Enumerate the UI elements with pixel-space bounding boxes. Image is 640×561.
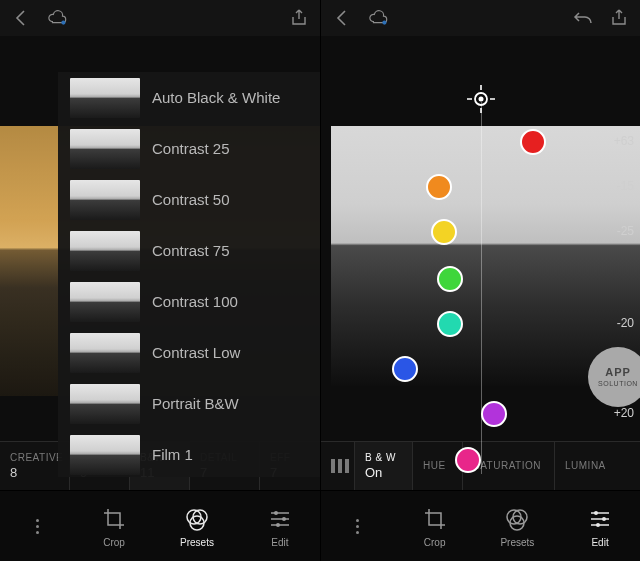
share-icon[interactable] xyxy=(608,7,630,29)
preset-item[interactable]: Film 1 xyxy=(58,429,320,477)
crop-button[interactable]: Crop xyxy=(421,505,449,548)
color-swatch-cyan[interactable] xyxy=(437,311,463,337)
dock: Crop Presets Edit xyxy=(321,491,640,561)
photo-canvas[interactable]: +63-15-25-20-74+20 APP SOLUTION xyxy=(321,36,640,441)
svg-point-17 xyxy=(602,517,606,521)
preset-label: Contrast Low xyxy=(152,344,240,361)
svg-point-6 xyxy=(276,523,280,527)
preset-label: Contrast 50 xyxy=(152,191,230,208)
more-button[interactable] xyxy=(347,519,369,534)
back-icon[interactable] xyxy=(331,7,353,29)
category-strip[interactable]: B & WOnHUESATURATIONLUMINA xyxy=(321,441,640,491)
edit-label: Edit xyxy=(271,537,288,548)
more-icon xyxy=(36,519,39,534)
category-label: B & W xyxy=(365,452,402,463)
preset-thumb xyxy=(70,282,140,322)
color-swatch-purple[interactable] xyxy=(481,401,507,427)
category-label: SATURATION xyxy=(473,460,544,471)
preset-thumb xyxy=(70,333,140,373)
crop-icon xyxy=(100,505,128,533)
svg-rect-12 xyxy=(345,459,349,473)
more-button[interactable] xyxy=(26,519,48,534)
edit-label: Edit xyxy=(591,537,608,548)
photo-preview xyxy=(331,126,640,386)
right-panel: +63-15-25-20-74+20 APP SOLUTION B & WOnH… xyxy=(320,0,640,561)
crop-button[interactable]: Crop xyxy=(100,505,128,548)
preset-label: Contrast 75 xyxy=(152,242,230,259)
preset-label: Film 1 xyxy=(152,446,193,463)
sliders-icon xyxy=(586,505,614,533)
undo-icon[interactable] xyxy=(572,7,594,29)
category-tab[interactable]: LUMINA xyxy=(555,442,640,490)
preset-item[interactable]: Contrast 25 xyxy=(58,123,320,174)
crop-label: Crop xyxy=(103,537,125,548)
dock: Crop Presets Edit xyxy=(0,491,320,561)
topbar xyxy=(321,0,640,36)
svg-point-9 xyxy=(478,97,483,102)
topbar xyxy=(0,0,320,36)
edit-button[interactable]: Edit xyxy=(266,505,294,548)
preset-item[interactable]: Portrait B&W xyxy=(58,378,320,429)
preset-label: Contrast 100 xyxy=(152,293,238,310)
preset-item[interactable]: Auto Black & White xyxy=(58,72,320,123)
category-tab[interactable]: B & WOn xyxy=(355,442,413,490)
preset-thumb xyxy=(70,435,140,475)
watermark-badge: APP SOLUTION xyxy=(588,347,640,407)
presets-icon xyxy=(503,505,531,533)
watermark-bottom: SOLUTION xyxy=(598,380,638,387)
color-swatch-yellow[interactable] xyxy=(431,219,457,245)
presets-label: Presets xyxy=(500,537,534,548)
preset-label: Contrast 25 xyxy=(152,140,230,157)
crop-label: Crop xyxy=(424,537,446,548)
sliders-icon xyxy=(266,505,294,533)
category-value: On xyxy=(365,465,402,480)
preset-thumb xyxy=(70,384,140,424)
preset-thumb xyxy=(70,78,140,118)
color-swatch-orange[interactable] xyxy=(426,174,452,200)
back-icon[interactable] xyxy=(10,7,32,29)
color-swatch-magenta[interactable] xyxy=(455,447,481,473)
preset-thumb xyxy=(70,180,140,220)
category-label: LUMINA xyxy=(565,460,631,471)
preset-thumb xyxy=(70,231,140,271)
svg-point-4 xyxy=(274,511,278,515)
preset-item[interactable]: Contrast 50 xyxy=(58,174,320,225)
preset-item[interactable]: Contrast 100 xyxy=(58,276,320,327)
edit-button[interactable]: Edit xyxy=(586,505,614,548)
svg-point-7 xyxy=(382,20,386,24)
category-value: 8 xyxy=(10,465,59,480)
svg-point-0 xyxy=(61,20,65,24)
crop-icon xyxy=(421,505,449,533)
category-label: HUE xyxy=(423,460,452,471)
target-picker-icon[interactable] xyxy=(466,84,496,118)
left-panel: Auto Black & White Contrast 25 Contrast … xyxy=(0,0,320,561)
preset-thumb xyxy=(70,129,140,169)
preset-item[interactable]: Contrast Low xyxy=(58,327,320,378)
category-label: CREATIVE xyxy=(10,452,59,463)
color-value-purple: +20 xyxy=(594,406,634,420)
presets-label: Presets xyxy=(180,537,214,548)
presets-icon xyxy=(183,505,211,533)
more-icon xyxy=(356,519,359,534)
preset-popover: Auto Black & White Contrast 25 Contrast … xyxy=(58,72,320,477)
color-swatch-red[interactable] xyxy=(520,129,546,155)
cloud-sync-icon[interactable] xyxy=(367,7,389,29)
presets-button[interactable]: Presets xyxy=(180,505,214,548)
watermark-top: APP xyxy=(605,367,631,378)
svg-rect-11 xyxy=(338,459,342,473)
color-swatch-green[interactable] xyxy=(437,266,463,292)
photo-canvas[interactable]: Auto Black & White Contrast 25 Contrast … xyxy=(0,36,320,441)
cloud-sync-icon[interactable] xyxy=(46,7,68,29)
preset-label: Auto Black & White xyxy=(152,89,280,106)
svg-point-18 xyxy=(596,523,600,527)
presets-button[interactable]: Presets xyxy=(500,505,534,548)
color-swatch-blue[interactable] xyxy=(392,356,418,382)
preset-item[interactable]: Contrast 75 xyxy=(58,225,320,276)
columns-icon[interactable] xyxy=(321,442,355,490)
share-icon[interactable] xyxy=(288,7,310,29)
svg-point-5 xyxy=(282,517,286,521)
svg-rect-10 xyxy=(331,459,335,473)
svg-point-16 xyxy=(594,511,598,515)
preset-label: Portrait B&W xyxy=(152,395,239,412)
